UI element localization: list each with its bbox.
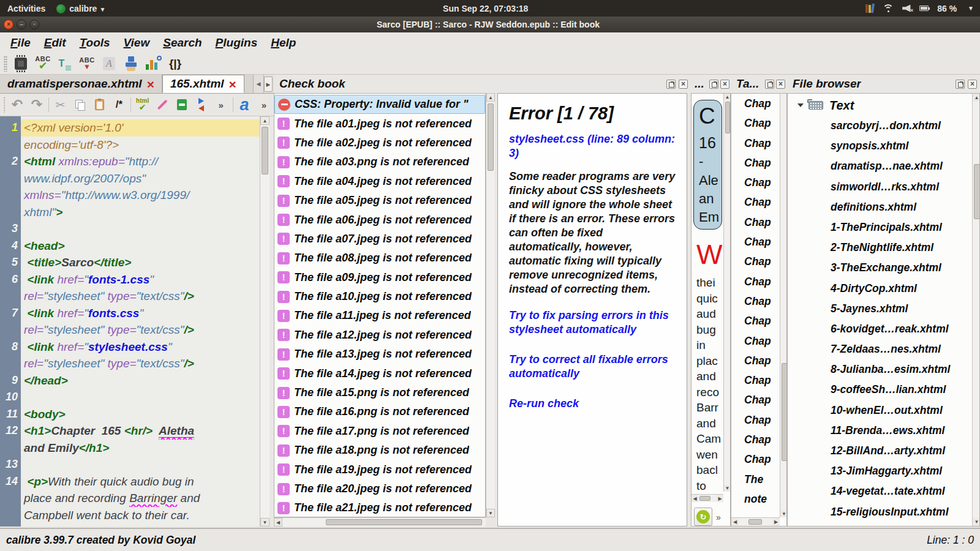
scroll-thumb[interactable] [699,496,710,501]
toc-item[interactable]: Chap [731,117,778,137]
toc-item[interactable]: Chap [731,414,778,433]
check-item[interactable]: !The file a02.jpeg is not referenced [274,133,485,152]
code-row[interactable]: xhtml"> [0,204,260,221]
scroll-up-button[interactable]: ▲ [486,93,495,102]
activities-button[interactable]: Activities [7,4,45,13]
check-item[interactable]: !The file a15.png is not referenced [274,383,485,402]
preview-horizontal-scrollbar[interactable]: ◀ ▶ [692,494,723,502]
check-item[interactable]: !The file a05.jpeg is not referenced [274,191,485,210]
file-item[interactable]: 3-TheExchange.xhtml [788,261,971,282]
transform-styles-button[interactable]: T [55,54,75,73]
scroll-left-button[interactable]: ◀ [692,495,698,502]
scroll-right-button[interactable]: ▶ [717,495,723,502]
file-item[interactable]: 6-kovidget…reak.xhtml [788,323,971,343]
toolbar-overflow-button[interactable]: » [255,96,273,114]
preview-refresh-button[interactable]: ↻ [694,508,712,526]
file-item[interactable]: dramatisp…nae.xhtml [788,160,971,180]
code-editor[interactable]: 1<?xml version='1.0'encoding='utf-8'?>2<… [0,116,270,527]
insert-image-button[interactable] [173,96,191,114]
file-tree-root[interactable]: Text [788,94,979,117]
code-row[interactable]: xmlns="http://www.w3.org/1999/ [0,187,260,204]
redo-button[interactable]: ↷ [28,96,46,114]
toc-item[interactable]: Chap [731,176,778,196]
wifi-icon[interactable] [883,4,894,12]
file-item[interactable]: definitions.xhtml [788,201,971,221]
toolbar-overflow-button[interactable]: » [212,96,230,114]
scroll-thumb[interactable] [725,102,730,133]
code-row[interactable]: 9</head> [0,372,260,389]
beautify-button[interactable] [121,54,141,73]
scroll-thumb[interactable] [262,127,268,174]
tab-close-icon[interactable]: × [147,78,154,91]
toc-item[interactable]: Chap [731,157,778,176]
file-item[interactable]: 9-coffeeSh…lian.xhtml [788,383,971,403]
file-item[interactable]: 13-JimHaggarty.xhtml [788,465,971,485]
paste-button[interactable] [90,96,108,114]
dock-float-button[interactable] [765,80,774,89]
check-item[interactable]: !The file a08.jpeg is not referenced [274,249,485,268]
insert-tag-button[interactable]: {|} [165,54,186,73]
scroll-down-button[interactable]: ▼ [724,485,731,492]
toc-item[interactable]: Chap [731,276,778,295]
toc-item[interactable]: Chap [731,374,778,394]
code-row[interactable]: 8 <link href="stylesheet.css" [0,339,260,356]
scroll-left-button[interactable]: ◀ [274,518,282,527]
volume-muted-icon[interactable]: × [902,5,911,12]
toolbar-grip[interactable] [4,97,5,113]
scroll-left-button[interactable]: ◀ [731,518,739,526]
scroll-up-button[interactable]: ▲ [260,116,270,125]
preview-vertical-scrollbar[interactable]: ▲ ▼ [723,94,731,492]
code-row[interactable]: 1<?xml version='1.0' [0,119,260,137]
check-item[interactable]: !The file a07.jpeg is not referenced [274,230,485,249]
dock-expand-button[interactable]: ▶ [264,77,273,92]
change-case-button[interactable]: ABC▼ [77,54,97,73]
chevron-down-icon[interactable]: ▼ [968,5,974,12]
file-item[interactable]: 4-DirtyCop.xhtml [788,282,971,302]
toc-item[interactable]: Chap [731,354,778,374]
code-row[interactable]: rel="stylesheet" type="text/css"/> [0,288,260,305]
file-item[interactable]: simworldl…rks.xhtml [788,181,971,201]
check-item[interactable]: !The file a17.png is not referenced [274,422,485,441]
menu-item-file[interactable]: File [4,36,37,50]
undo-button[interactable]: ↶ [8,96,26,114]
code-row[interactable]: 5 <title>Sarco</title> [0,254,260,271]
scroll-thumb[interactable] [974,164,980,219]
toc-item[interactable]: The [731,473,778,493]
toc-item[interactable]: Chap [731,335,778,354]
error-location-link[interactable]: stylesheet.css (line: 89 column: 3) [509,132,677,160]
file-item[interactable]: 2-TheNightlife.xhtml [788,241,971,261]
code-row[interactable]: 7 <link href="fonts.css" [0,305,260,322]
scroll-right-button[interactable]: ▶ [772,518,780,526]
file-item[interactable]: 15-religiousInput.xhtml [788,506,971,526]
menu-item-view[interactable]: View [117,36,157,50]
check-book-button[interactable] [10,54,31,73]
code-row[interactable]: rel="stylesheet" type="text/css"/> [0,321,260,339]
code-row[interactable]: www.idpf.org/2007/ops" [0,170,260,187]
toc-item[interactable]: Chap [731,137,778,157]
copy-button[interactable] [70,96,89,114]
toc-item[interactable]: Chap [731,315,778,334]
toc-vertical-scrollbar[interactable]: ▼ [780,94,787,517]
tab-dramatispersonae.xhtml[interactable]: dramatispersonae.xhtml× [0,75,162,93]
code-row[interactable]: Campbell went back to their car. [0,507,260,524]
code-row[interactable]: 2<html xmlns:epub="http:// [0,153,260,170]
preview-overflow-icon[interactable]: » [716,512,721,522]
toc-item[interactable]: Chap [731,394,778,413]
pretty-print-button[interactable] [153,96,172,114]
detail-link[interactable]: Try to correct all fixable errors automa… [509,353,677,381]
toc-item[interactable]: Chap [731,255,778,275]
menu-item-search[interactable]: Search [156,36,208,50]
toc-item[interactable]: Chap [731,97,778,117]
check-item[interactable]: !The file a03.png is not referenced [274,152,485,171]
menu-item-plugins[interactable]: Plugins [209,36,265,50]
manage-fonts-button[interactable]: A [99,54,119,73]
check-item[interactable]: !The file a11.jpeg is not referenced [274,306,485,325]
menu-item-tools[interactable]: Tools [73,36,117,50]
toc-item[interactable]: Chap [731,295,778,315]
dock-float-button[interactable] [709,80,718,89]
code-row[interactable]: rel="stylesheet" type="text/css"/> [0,355,260,372]
code-row[interactable]: 11<body> [0,406,260,423]
file-item[interactable]: 7-Zeldaas…nes.xhtml [788,343,971,363]
check-item[interactable]: !The file a06.jpeg is not referenced [274,210,485,229]
check-item[interactable]: !The file a12.jpeg is not referenced [274,326,485,345]
